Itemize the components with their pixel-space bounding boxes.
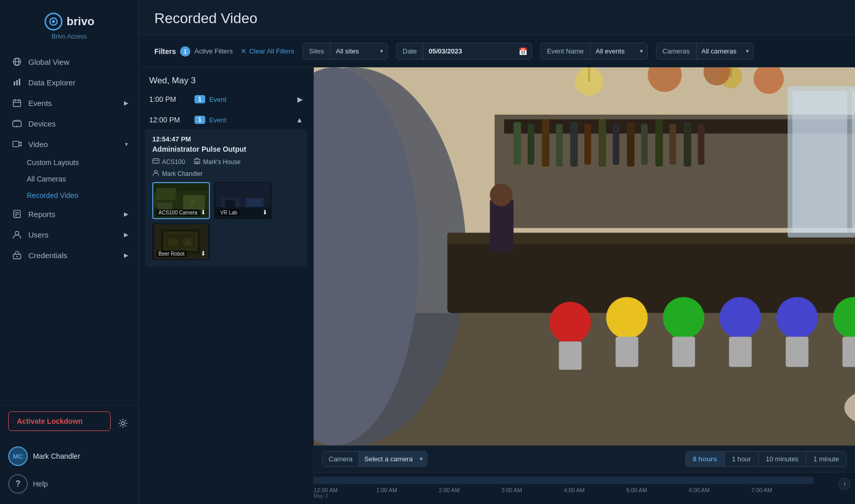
event-list-panel: Wed, May 3 1:00 PM 1 Event ▶ 12:00 PM 1 … [139,67,314,504]
sidebar-label-events: Events [28,99,52,107]
site-name: Mark's House [203,158,241,166]
sidebar-item-custom-layouts[interactable]: Custom Layouts [0,154,138,171]
svg-rect-7 [16,80,18,86]
users-chevron-icon: ▶ [124,231,128,238]
sidebar-item-events[interactable]: Events ▶ [0,93,138,113]
sidebar-label-video: Video [28,140,48,149]
svg-rect-78 [542,119,549,167]
sidebar-item-all-cameras[interactable]: All Cameras [0,171,138,187]
cam-download-acs100[interactable]: ⬇ [201,209,206,216]
svg-rect-85 [641,124,648,165]
cam-label-beerrobot: Beer Robot [156,250,187,257]
event-tag-1pm: Event [209,96,226,103]
cam-thumb-beerrobot[interactable]: Beer Robot ⬇ [152,223,210,260]
sidebar-label-reports: Reports [28,210,56,219]
sidebar-item-recorded-video[interactable]: Recorded Video [0,187,138,204]
cam-download-vrlab[interactable]: ⬇ [262,209,268,216]
date-filter: Date 📅 [396,43,532,60]
sidebar-label-credentials: Credentials [28,251,67,260]
user-name-event: Mark Chandler [162,170,203,177]
content-area: Wed, May 3 1:00 PM 1 Event ▶ 12:00 PM 1 … [139,67,855,504]
sidebar-label-global-view: Global View [28,58,69,66]
event-name: Administrator Pulse Output [152,145,300,153]
event-site: Mark's House [193,157,241,166]
svg-rect-28 [194,159,200,164]
sites-select[interactable]: All sites [331,43,387,59]
tl-5am: 5:00 AM [627,487,689,499]
cam-download-beerrobot[interactable]: ⬇ [201,250,206,257]
svg-rect-76 [513,122,521,165]
time-scale-8hours[interactable]: 8 hours [686,452,725,466]
video-panel: Camera Select a camera 8 hours 1 hour [314,67,855,504]
time-group-1pm: 1:00 PM 1 Event ▶ [139,90,313,111]
device-name: ACS100 [162,158,185,166]
cameras-select[interactable]: All cameras [697,43,753,59]
settings-button[interactable] [116,416,130,433]
sidebar-label-all-cameras: All Cameras [27,175,66,183]
logo-subtitle: Brivo Access [51,33,87,40]
filters-label: Filters [154,47,176,56]
time-group-12pm-header[interactable]: 12:00 PM 1 Event ▲ [145,111,307,129]
svg-rect-92 [852,91,855,233]
activate-lockdown-button[interactable]: Activate Lockdown [8,411,111,431]
sidebar-item-users[interactable]: Users ▶ [0,224,138,245]
sidebar-item-credentials[interactable]: Credentials ▶ [0,245,138,265]
svg-rect-53 [168,239,178,246]
svg-rect-87 [669,124,676,165]
tl-12am: 12:00 AM May 3 [314,487,377,499]
filters-bar: Filters 1 Active Filters ✕ Clear All Fil… [139,35,855,67]
cameras-select-wrapper: All cameras [697,43,753,59]
sites-label: Sites [303,43,331,59]
time-scale-1minute[interactable]: 1 minute [806,452,846,466]
time-scale-group: 8 hours 1 hour 10 minutes 1 minute [685,451,847,467]
active-filter-badge: 1 [180,46,190,57]
tl-2am: 2:00 AM [439,487,502,499]
credentials-icon [12,250,22,260]
event-name-select-wrapper: All events [591,43,647,59]
video-chevron-icon: ▾ [125,141,128,148]
event-device: ACS100 [152,157,185,166]
user-avatar: MC [8,446,28,466]
time-group-1pm-header[interactable]: 1:00 PM 1 Event ▶ [145,90,307,109]
credentials-chevron-icon: ▶ [124,252,128,259]
user-row[interactable]: MC Mark Chandler [8,442,130,470]
sidebar-label-data-explorer: Data Explorer [28,78,76,87]
time-scale-1hour[interactable]: 1 hour [725,452,759,466]
sidebar-logo: brivo Brivo Access [0,0,138,46]
sidebar: brivo Brivo Access Global View [0,0,139,504]
sidebar-item-video[interactable]: Video ▾ [0,134,138,154]
video-controls: Camera Select a camera 8 hours 1 hour [314,445,855,472]
sidebar-label-recorded-video: Recorded Video [27,191,78,200]
event-name-select[interactable]: All events [591,43,647,59]
collapse-12pm-button[interactable]: ▲ [296,116,303,124]
svg-rect-91 [792,91,847,233]
cam-thumb-acs100[interactable]: ACS100 Camera ⬇ [152,182,210,219]
events-icon [12,98,22,108]
building-icon [193,157,201,166]
svg-rect-34 [156,188,176,200]
sidebar-label-users: Users [28,230,48,239]
cam-label-vrlab: VR Lab [218,209,239,216]
date-input-wrapper: 📅 [423,43,531,59]
sidebar-label-custom-layouts: Custom Layouts [27,158,79,167]
sidebar-item-data-explorer[interactable]: Data Explorer [0,72,138,93]
date-input[interactable] [423,43,531,59]
timeline-next-button[interactable]: › [839,478,851,490]
camera-select[interactable]: Select a camera [359,452,427,466]
sidebar-item-devices[interactable]: Devices [0,113,138,134]
sidebar-item-reports[interactable]: Reports ▶ [0,204,138,224]
sidebar-item-global-view[interactable]: Global View [0,51,138,72]
timeline-track[interactable] [314,477,814,484]
event-tag-12pm: Event [209,116,226,124]
time-12pm: 12:00 PM [149,116,190,124]
svg-rect-8 [19,79,21,86]
event-name-filter: Event Name All events [540,43,648,60]
expand-1pm-button[interactable]: ▶ [297,95,303,103]
sidebar-nav: Global View Data Explorer [0,46,138,405]
help-row[interactable]: ? Help [8,470,130,498]
cam-thumb-vrlab[interactable]: VR Lab ⬇ [214,182,272,219]
svg-rect-89 [698,124,705,165]
sidebar-label-devices: Devices [28,119,56,128]
time-scale-10minutes[interactable]: 10 minutes [759,452,807,466]
clear-filters-button[interactable]: ✕ Clear All Filters [241,47,294,55]
